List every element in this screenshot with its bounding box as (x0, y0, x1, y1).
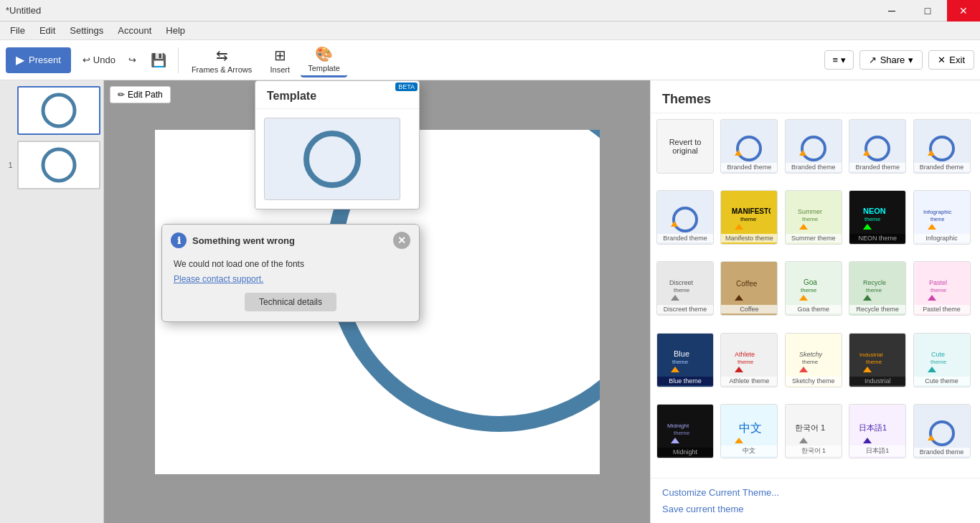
share-button[interactable]: ↗ Share ▾ (859, 50, 923, 70)
theme-branded-4[interactable]: Branded theme (913, 119, 971, 174)
slide-thumbnail[interactable] (17, 141, 100, 189)
insert-button[interactable]: ⊞ Insert (262, 43, 298, 77)
svg-text:Recycle: Recycle (863, 279, 886, 286)
svg-marker-31 (671, 295, 679, 301)
error-dialog: ℹ Something went wrong ✕ We could not lo… (161, 224, 420, 322)
svg-text:Summer: Summer (798, 208, 822, 215)
theme-neon[interactable]: NEONtheme NEON theme (849, 190, 906, 245)
error-body: We could not load one of the fonts Pleas… (162, 253, 419, 287)
theme-preview: Infographictheme Infographic (914, 191, 970, 244)
menu-settings[interactable]: Settings (62, 24, 110, 37)
theme-pastel[interactable]: Pasteltheme Pastel theme (913, 261, 971, 316)
theme-preview: Goatheme Goa theme (786, 262, 842, 315)
svg-text:theme: theme (738, 359, 754, 365)
template-button[interactable]: 🎨 Template (301, 43, 347, 77)
theme-infographic[interactable]: Infographictheme Infographic (913, 190, 971, 245)
theme-preview-svg: Recycletheme (856, 270, 899, 306)
theme-label: 中文 (721, 446, 777, 456)
theme-branded-1[interactable]: Branded theme (720, 119, 778, 174)
edit-path-label: Edit Path (128, 90, 163, 100)
technical-details-button[interactable]: Technical details (245, 293, 336, 311)
theme-preview: Branded theme (914, 405, 970, 458)
theme-goa[interactable]: Goatheme Goa theme (785, 261, 842, 316)
menu-account[interactable]: Account (110, 24, 159, 37)
menu-help[interactable]: Help (159, 24, 192, 37)
frames-arrows-button[interactable]: ⇆ Frames & Arrows (184, 43, 259, 77)
theme-coffee[interactable]: Coffee Coffee (720, 261, 778, 316)
redo-button[interactable]: ↪ (123, 52, 142, 68)
theme-preview: Recycletheme Recycle theme (849, 262, 905, 315)
svg-marker-68 (928, 435, 935, 440)
theme-label: Sketchy theme (786, 377, 842, 385)
menu-bar: File Edit Settings Account Help (0, 22, 980, 40)
slide-item[interactable]: 1 (3, 141, 100, 189)
theme-athlete[interactable]: Athletetheme Athlete theme (720, 333, 778, 387)
theme-label: Recycle theme (849, 305, 905, 314)
slide-item[interactable] (3, 86, 100, 135)
insert-icon: ⊞ (274, 47, 286, 64)
theme-sketchy[interactable]: Sketchytheme Sketchy theme (785, 333, 842, 387)
theme-revert[interactable]: Revert tooriginal (656, 119, 714, 174)
error-icon: ℹ (171, 232, 187, 248)
theme-summer[interactable]: Summertheme Summer theme (785, 190, 842, 245)
svg-text:Athlete: Athlete (735, 351, 755, 358)
minimize-button[interactable]: ─ (875, 0, 908, 22)
svg-text:theme: theme (930, 287, 947, 293)
theme-cute[interactable]: Cutetheme Cute theme (913, 333, 971, 387)
theme-midnight[interactable]: Midnighttheme Midnight (656, 404, 714, 458)
svg-marker-64 (799, 438, 808, 443)
theme-preview-svg: NEONtheme (856, 199, 899, 235)
slide-thumbnail[interactable] (17, 86, 100, 135)
theme-japanese[interactable]: 日本語1 日本語1 (849, 404, 906, 458)
present-button[interactable]: ▶ Present (6, 47, 71, 73)
error-support-link[interactable]: Please contact support. (174, 274, 263, 284)
theme-preview-svg (856, 128, 899, 164)
close-button[interactable]: ✕ (947, 0, 980, 22)
title-bar: *Untitled ─ □ ✕ (0, 0, 980, 22)
theme-preview-svg: Sketchytheme (792, 342, 835, 378)
theme-manifesto[interactable]: MANIFESTOtheme Manifesto theme (720, 190, 778, 245)
themes-panel: Themes Revert tooriginal Branded theme B… (650, 80, 980, 523)
view-options-button[interactable]: ≡ ▾ (824, 50, 853, 70)
theme-korean[interactable]: 한국어 1 한국어 1 (785, 404, 842, 458)
theme-branded-2[interactable]: Branded theme (785, 119, 842, 174)
menu-edit[interactable]: Edit (32, 24, 62, 37)
menu-file[interactable]: File (3, 24, 32, 37)
exit-button[interactable]: ✕ Exit (928, 50, 974, 70)
theme-label: Branded theme (721, 163, 777, 171)
frames-icon: ⇆ (216, 47, 228, 64)
svg-marker-14 (928, 150, 935, 156)
template-preview-image (264, 118, 400, 200)
theme-chinese[interactable]: 中文 中文 (720, 404, 778, 458)
svg-point-7 (738, 137, 760, 160)
template-popup-header-wrap: Template BETA (255, 81, 419, 109)
theme-preview: Discreettheme Discreet theme (657, 262, 713, 315)
svg-marker-51 (799, 367, 808, 372)
maximize-button[interactable]: □ (911, 0, 944, 22)
canvas-area[interactable]: ✏ Edit Path 1 Template BETA (104, 80, 650, 523)
theme-industrial[interactable]: Industrialtheme Industrial (849, 333, 906, 387)
theme-blue[interactable]: Bluetheme Blue theme (656, 333, 714, 387)
error-close-button[interactable]: ✕ (393, 232, 410, 249)
theme-preview-svg: Bluetheme (664, 342, 707, 378)
theme-branded-3[interactable]: Branded theme (849, 119, 906, 174)
template-popup-header: Template (255, 81, 419, 109)
present-label: Present (29, 55, 61, 65)
error-message: We could not load one of the fonts (174, 259, 407, 269)
template-label: Template (308, 64, 340, 72)
save-button[interactable]: 💾 (145, 50, 172, 71)
app-title: *Untitled (6, 5, 41, 16)
theme-recycle[interactable]: Recycletheme Recycle theme (849, 261, 906, 316)
edit-path-button[interactable]: ✏ Edit Path (110, 86, 171, 103)
theme-label: Summer theme (786, 234, 842, 242)
theme-branded-5[interactable]: Branded theme (656, 190, 714, 245)
theme-label: Infographic (914, 234, 970, 242)
undo-button[interactable]: ↩ Undo (77, 52, 121, 68)
save-theme-link[interactable]: Save current theme (662, 501, 969, 517)
svg-point-67 (930, 422, 953, 445)
svg-marker-57 (928, 367, 936, 372)
theme-branded-6[interactable]: Branded theme (913, 404, 971, 458)
theme-discreet[interactable]: Discreettheme Discreet theme (656, 261, 714, 316)
svg-text:theme: theme (866, 287, 882, 293)
customize-theme-link[interactable]: Customize Current Theme... (662, 484, 969, 501)
